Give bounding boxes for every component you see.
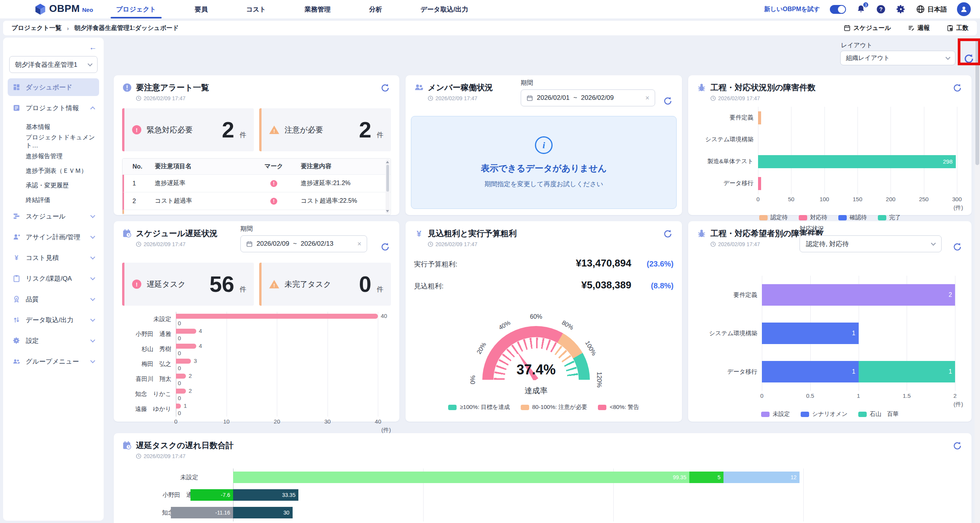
clear-date-icon[interactable]: × [357,240,361,248]
chevron-down-icon [90,338,95,343]
sidebar-item-スケジュール[interactable]: スケジュール [8,207,99,225]
category-label: 知念 りかこ [122,390,176,398]
refresh-icon [952,441,962,451]
axis-tick-label: 30 [324,418,331,425]
card-refresh-button[interactable] [952,440,963,452]
sidebar-item-グループメニュー[interactable]: グループメニュー [8,353,99,370]
scroll-thumb[interactable] [386,165,389,192]
scroll-down-arrow[interactable] [386,210,389,212]
calendar-icon [844,25,851,31]
card-refresh-button[interactable] [952,82,963,94]
chevron-down-icon [90,234,95,239]
card-refresh-button[interactable] [379,241,391,253]
man-hours-action[interactable]: 工数 [947,24,968,32]
refresh-icon [663,229,673,239]
sidebar-item-リスク/課題/QA[interactable]: リスク/課題/QA [8,270,99,287]
stat-unit: 件 [240,131,246,139]
nav-tab-要員[interactable]: 要員 [192,0,210,18]
profit-label: 実行予算粗利: [414,260,457,269]
sidebar-subitem-進捗予測表（ＥＶＭ）[interactable]: 進捗予測表（ＥＶＭ） [8,164,99,178]
card-title: 工程・対応状況別の障害件数 [710,82,816,93]
sidebar-subitem-基本情報[interactable]: 基本情報 [8,120,99,134]
warning-icon: ! [269,280,279,288]
nav-tab-業務管理[interactable]: 業務管理 [302,0,333,18]
legend-color-chip [761,412,770,417]
stat-value: 56 [209,273,234,295]
table-row[interactable]: 1進捗遅延率!進捗遅延率:21.2% [122,175,391,192]
sidebar-item-ダッシュボード[interactable]: ダッシュボード [8,78,99,96]
card-title: 見込粗利と実行予算粗利 [428,228,517,239]
column-header: 要注意内容 [301,162,391,170]
layout-select[interactable]: 組織レイアウト [840,51,955,65]
help-button[interactable]: ? [876,4,886,14]
project-select[interactable]: 朝夕洋食器生産管理1 [9,56,98,73]
refresh-icon [380,83,390,93]
sidebar-subitem-プロジェクトドキュメント…[interactable]: プロジェクトドキュメント… [8,134,99,149]
chart-row-杉山 秀樹: 杉山 秀樹40 [122,342,391,357]
card-schedule-delay: スケジュール遅延状況 2026/02/09 17:47 期間 2026/02/0… [114,221,399,422]
stat-value: 2 [359,119,371,141]
nav-tab-データ取込/出力[interactable]: データ取込/出力 [418,0,471,18]
sidebar-item-設定[interactable]: 設定 [8,332,99,349]
x-axis: 010203040 [176,417,391,426]
sidebar-item-コスト見積[interactable]: ¥コスト見積 [8,249,99,266]
chart-row-未設定: 未設定99.35512 [122,468,963,486]
axis-tick-label: 300 [952,196,962,202]
card-refresh-button[interactable] [952,241,963,253]
sidebar-item-データ取込/出力[interactable]: データ取込/出力 [8,311,99,329]
axis-tick-label: 40 [375,418,381,425]
scroll-up-arrow[interactable] [386,161,389,163]
status-filter-select[interactable]: 認定待, 対応待 [800,235,942,252]
table-row[interactable]: 2コスト超過率!コスト超過率:22.5% [122,192,391,210]
period-start: 2026/02/09 [257,240,289,248]
legend-item: ≥100%: 目標を達成 [448,404,510,411]
legend-color-chip [521,405,529,410]
sidebar-item-プロジェクト情報[interactable]: プロジェクト情報 [8,99,99,117]
chart-row-データ移行: データ移行 [697,172,963,194]
action-label: 週報 [917,24,930,32]
sidebar-subitem-承認・変更履歴[interactable]: 承認・変更履歴 [8,178,99,193]
bar-delayed-tasks [176,374,186,379]
card-member-utilization: メンバー稼働状況 2026/02/09 17:47 期間 2026/02/01 … [406,75,682,215]
dashboard-icon [12,83,21,91]
action-label: 工数 [956,24,968,32]
user-avatar[interactable] [957,2,971,16]
chevron-down-icon [931,241,936,246]
legend-color-chip [448,405,457,410]
gauge-legend: ≥100%: 目標を達成80-100%: 注意が必要<80%: 警告 [406,404,682,411]
sidebar-item-品質[interactable]: 品質 [8,290,99,308]
settings-button[interactable] [896,4,906,14]
dashboard-refresh-button[interactable] [962,51,976,66]
clear-date-icon[interactable]: × [645,94,649,102]
card-refresh-button[interactable] [662,95,674,107]
schedule-action[interactable]: スケジュール [844,24,891,32]
language-selector[interactable]: 日本語 [916,5,947,14]
card-refresh-button[interactable] [379,82,391,94]
nav-tab-分析[interactable]: 分析 [367,0,384,18]
try-new-obpm-toggle[interactable] [830,5,846,14]
nav-tab-プロジェクト[interactable]: プロジェクト [114,0,158,18]
table-scrollbar[interactable] [386,159,390,214]
breadcrumb-bar: プロジェクト一覧 › 朝夕洋食器生産管理1:ダッシュボード スケジュール週報工数 [3,21,977,35]
sidebar-collapse-button[interactable]: ← [89,43,97,52]
legend-item: 確認待 [838,214,867,221]
sidebar-item-アサイン計画/管理[interactable]: アサイン計画/管理 [8,228,99,246]
notifications-button[interactable]: 3 [856,4,866,14]
stat-label: 未完了タスク [285,279,331,290]
nav-tab-コスト[interactable]: コスト [244,0,268,18]
period-date-range-input[interactable]: 2026/02/01 ~ 2026/02/09 × [521,89,655,106]
category-label: 未設定 [122,473,203,482]
breadcrumb-project-list[interactable]: プロジェクト一覧 [12,24,61,32]
weekly-report-action[interactable]: 週報 [908,24,930,32]
card-refresh-button[interactable] [662,228,674,240]
gauge-tick-label: 60% [530,313,542,320]
bar-track: 400 [176,312,391,327]
sidebar-subitem-進捗報告管理[interactable]: 進捗報告管理 [8,149,99,164]
scrollbar-thumb[interactable] [975,38,979,165]
cell-content: コスト超過率:22.5% [301,197,391,205]
assign-icon [12,233,21,241]
page-scrollbar[interactable] [975,37,980,523]
chart-row-システム環境構築: システム環境構築1 [697,314,963,353]
sidebar-subitem-終結評価[interactable]: 終結評価 [8,193,99,207]
period-date-range-input[interactable]: 2026/02/09 ~ 2026/02/13 × [240,235,367,252]
